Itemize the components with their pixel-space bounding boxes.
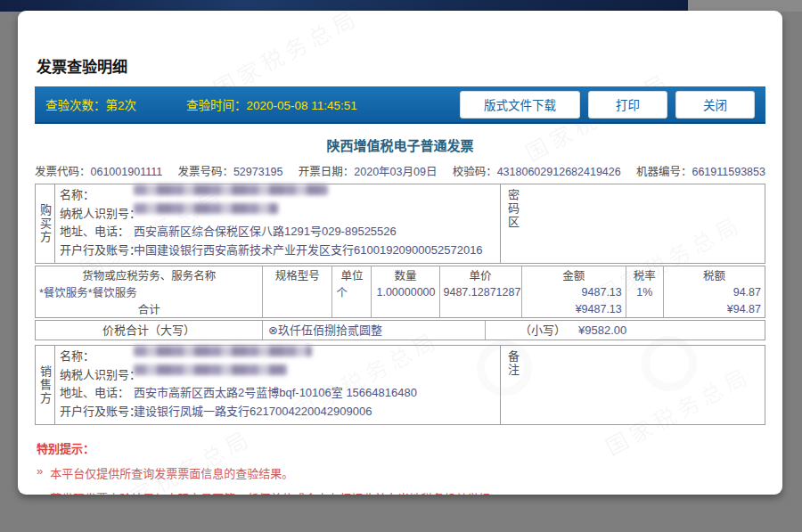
- buyer-bank-row: 开户行及账号： 中国建设银行西安高新技术产业开发区支行6100192090005…: [55, 241, 500, 260]
- close-button[interactable]: 关闭: [675, 91, 755, 119]
- notice-text: 若发现发票查验结果与实际交易不符，任何单位或个人有权拒收并向当地税务机关举报。: [50, 489, 502, 495]
- item-amount: 9487.13: [521, 283, 626, 300]
- password-area: 密码区: [500, 184, 765, 263]
- empty-cell: [372, 300, 439, 318]
- buyer-name-row: 名称：: [55, 186, 500, 205]
- invoice-code: 发票代码：061001901111: [35, 162, 162, 179]
- col-header-name: 货物或应税劳务、服务名称: [36, 266, 263, 284]
- col-header-unitprice: 单价: [439, 266, 521, 284]
- invoice-date: 开票日期：2020年03月09日: [299, 162, 438, 179]
- check-code: 校验码：43180602912682419426: [453, 162, 621, 179]
- items-table: 货物或应税劳务、服务名称 规格型号 单位 数量 单价 金额 税率 税额 *餐饮服…: [35, 266, 765, 318]
- seller-details: 名称： 纳税人识别号： 地址、电话： 西安市高新区西太路2号蓝博bqf-1010…: [55, 346, 500, 424]
- machine-number: 机器编号：661911593853: [636, 162, 765, 179]
- redacted-buyer-taxid: [134, 203, 278, 214]
- col-header-taxamount: 税额: [663, 266, 765, 284]
- remark-area: 备注: [500, 346, 765, 424]
- seller-bank-row: 开户行及账号： 建设银行凤城一路支行6217004220042909006: [55, 403, 500, 422]
- redacted-buyer-name: [134, 184, 328, 195]
- subtotal-row: 合计 ¥9487.13 ¥94.87: [36, 300, 765, 318]
- buyer-address-row: 地址、电话： 西安高新区综合保税区保八路1291号029-89525526: [55, 223, 500, 241]
- item-unit: 个: [332, 283, 372, 300]
- subtotal-amount: ¥9487.13: [521, 300, 626, 318]
- notice-text: 本平台仅提供所查询发票票面信息的查验结果。: [50, 464, 293, 481]
- bullet-icon: »: [37, 489, 43, 495]
- buyer-side-label: 购买方: [36, 184, 55, 263]
- subtotal-label: 合计: [36, 300, 263, 318]
- page-title: 发票查验明细: [37, 54, 765, 77]
- invoice-info-row: 发票代码：061001901111 发票号码：52973195 开票日期：202…: [35, 162, 765, 179]
- verification-result-panel: 国家税务总局 国家税务总局 国家税务总局 国家税务总局 国家税务总局 国家税务总…: [18, 11, 782, 495]
- empty-cell: [332, 300, 372, 318]
- invoice-type-title: 陕西增值税电子普通发票: [35, 135, 765, 154]
- empty-cell: [263, 300, 332, 318]
- buyer-details: 名称： 纳税人识别号： 地址、电话： 西安高新区综合保税区保八路1291号029…: [55, 184, 500, 263]
- item-row: *餐饮服务*餐饮服务 个 1.00000000 9487.12871287 94…: [36, 283, 765, 300]
- panel-content: 发票查验明细 查验次数：第2次 查验时间：2020-05-08 11:45:51…: [18, 54, 782, 495]
- col-header-unit: 单位: [332, 266, 372, 284]
- redacted-seller-name: [134, 346, 312, 356]
- col-header-taxrate: 税率: [626, 266, 663, 284]
- notice-item: » 本平台仅提供所查询发票票面信息的查验结果。: [37, 464, 765, 481]
- seller-section: 销售方 名称： 纳税人识别号： 地址、电话： 西安市高新区西太路2号蓝博bqf-…: [35, 345, 765, 425]
- subtotal-taxamount: ¥94.87: [663, 300, 765, 318]
- item-taxrate: 1%: [626, 283, 663, 300]
- notice-title: 特别提示：: [37, 439, 765, 456]
- buyer-section: 购买方 名称： 纳税人识别号： 地址、电话： 西安高新区综合保税区保八路1291…: [35, 184, 765, 264]
- print-button[interactable]: 打印: [588, 91, 667, 119]
- empty-cell: [439, 300, 521, 318]
- seller-side-label: 销售方: [36, 346, 55, 424]
- total-in-words-label: 价税合计（大写）: [36, 321, 263, 340]
- item-taxamount: 94.87: [663, 283, 765, 300]
- total-in-words-value: ⊗玖仟伍佰捌拾贰圆整: [263, 321, 486, 340]
- seller-address-row: 地址、电话： 西安市高新区西太路2号蓝博bqf-10106室 156648164…: [55, 384, 500, 403]
- seller-taxid-row: 纳税人识别号：: [55, 366, 500, 385]
- items-header-row: 货物或应税劳务、服务名称 规格型号 单位 数量 单价 金额 税率 税额: [36, 266, 765, 284]
- col-header-amount: 金额: [521, 266, 626, 284]
- item-unitprice: 9487.12871287: [439, 283, 521, 300]
- item-name: *餐饮服务*餐饮服务: [36, 283, 263, 300]
- notice-item: » 若发现发票查验结果与实际交易不符，任何单位或个人有权拒收并向当地税务机关举报…: [37, 489, 765, 495]
- check-count-text: 查验次数：第2次: [45, 95, 136, 113]
- grand-total-row: 价税合计（大写） ⊗玖仟伍佰捌拾贰圆整 （小写） ¥9582.00: [35, 320, 765, 340]
- col-header-spec: 规格型号: [263, 266, 332, 284]
- seller-name-row: 名称：: [55, 348, 500, 366]
- check-time-text: 查验时间：2020-05-08 11:45:51: [186, 95, 357, 113]
- download-layout-file-button[interactable]: 版式文件下载: [460, 91, 580, 119]
- item-spec: [263, 283, 332, 300]
- empty-cell: [626, 300, 663, 318]
- total-numeric: （小写） ¥9582.00: [486, 321, 765, 340]
- invoice-number: 发票号码：52973195: [177, 162, 282, 179]
- special-notice: 特别提示： » 本平台仅提供所查询发票票面信息的查验结果。 » 若发现发票查验结…: [37, 439, 765, 495]
- item-quantity: 1.00000000: [372, 283, 439, 300]
- redacted-seller-taxid: [134, 364, 287, 375]
- buyer-taxid-row: 纳税人识别号：: [55, 205, 500, 224]
- col-header-quantity: 数量: [372, 266, 439, 284]
- verification-toolbar: 查验次数：第2次 查验时间：2020-05-08 11:45:51 版式文件下载…: [35, 86, 765, 124]
- bullet-icon: »: [37, 464, 43, 481]
